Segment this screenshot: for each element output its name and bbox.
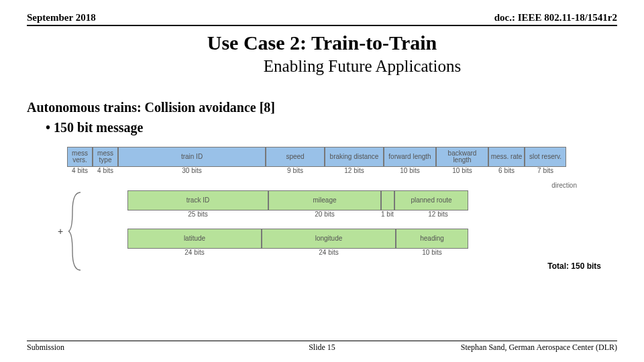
field-mess-type: mess type: [93, 147, 118, 167]
bits-label: 10 bits: [436, 167, 488, 174]
header-doc: doc.: IEEE 802.11-18/1541r2: [494, 12, 617, 23]
bits-label: 25 bits: [127, 210, 268, 218]
field-latitude: latitude: [127, 229, 262, 249]
slide: September 2018 doc.: IEEE 802.11-18/1541…: [0, 0, 644, 271]
bits-label: 20 bits: [268, 210, 381, 218]
field-longitude: longitude: [262, 229, 396, 249]
row1: mess vers. mess type train ID speed brak…: [67, 147, 604, 167]
body-heading: Autonomous trains: Collision avoidance […: [27, 97, 617, 117]
body-bullet: • 150 bit message: [46, 117, 617, 137]
brace-icon: [68, 191, 85, 272]
field-forward-length: forward length: [384, 147, 436, 167]
bits-label: 10 bits: [384, 167, 436, 174]
footer-row: Submission Slide 15 Stephan Sand, German…: [27, 341, 617, 353]
header-row: September 2018 doc.: IEEE 802.11-18/1541…: [27, 12, 617, 26]
row1-bits: 4 bits 4 bits 30 bits 9 bits 12 bits 10 …: [67, 167, 604, 174]
total-bits: Total: 150 bits: [40, 261, 601, 271]
bits-label: 30 bits: [118, 167, 266, 174]
bits-label: 7 bits: [525, 167, 566, 174]
row3: latitude longitude heading: [127, 229, 604, 249]
field-direction: [381, 190, 394, 210]
bits-label: 24 bits: [127, 249, 262, 256]
direction-label: direction: [551, 182, 577, 189]
field-train-id: train ID: [118, 147, 266, 167]
field-track-id: track ID: [127, 190, 268, 210]
field-mess-rate: mess. rate: [488, 147, 525, 167]
row2: track ID mileage planned route: [127, 190, 604, 210]
field-braking-distance: braking distance: [325, 147, 384, 167]
body-text: Autonomous trains: Collision avoidance […: [27, 97, 617, 137]
bits-label: 1 bit: [381, 210, 408, 218]
field-mileage: mileage: [268, 190, 381, 210]
row2-bits: 25 bits 20 bits 1 bit 12 bits: [127, 210, 604, 218]
bits-label: 24 bits: [262, 249, 396, 256]
message-format-diagram: mess vers. mess type train ID speed brak…: [40, 147, 604, 271]
plus-symbol: +: [58, 226, 63, 237]
footer-center: Slide 15: [27, 343, 617, 353]
field-slot-reserv: slot reserv.: [525, 147, 566, 167]
field-speed: speed: [266, 147, 325, 167]
bits-label: 6 bits: [488, 167, 525, 174]
field-backward-length: backward length: [436, 147, 488, 167]
row3-bits: 24 bits 24 bits 10 bits: [127, 249, 604, 256]
bits-label: 10 bits: [396, 249, 468, 256]
slide-title: Use Case 2: Train-to-Train: [27, 32, 617, 54]
field-heading: heading: [396, 229, 468, 249]
bits-label: 4 bits: [93, 167, 118, 174]
field-mess-vers: mess vers.: [67, 147, 93, 167]
bits-label: 4 bits: [67, 167, 93, 174]
slide-subtitle: Enabling Future Applications: [107, 57, 617, 76]
header-date: September 2018: [27, 12, 96, 23]
bits-label: 9 bits: [266, 167, 325, 174]
bits-label: 12 bits: [325, 167, 384, 174]
field-planned-route: planned route: [394, 190, 468, 210]
bits-label: 12 bits: [408, 210, 468, 218]
